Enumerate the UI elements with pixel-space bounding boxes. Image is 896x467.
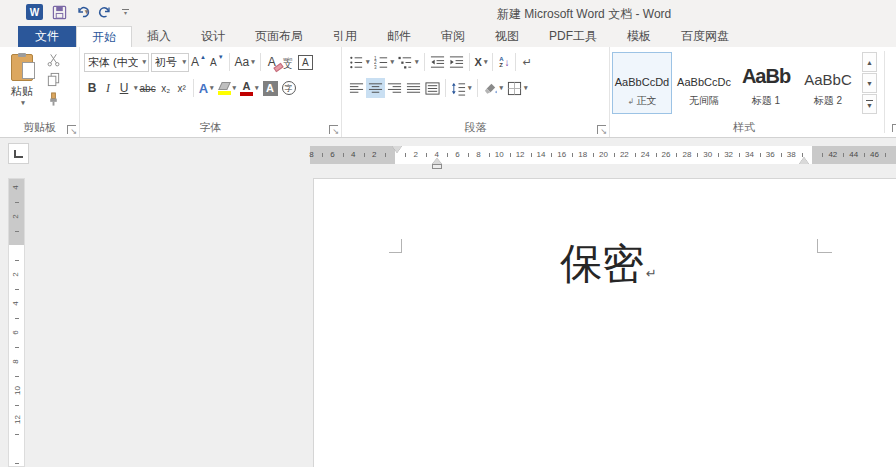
- word-logo-icon: W: [26, 4, 43, 20]
- shrink-font-button[interactable]: A▼: [208, 52, 226, 72]
- line-spacing-button[interactable]: ▾: [449, 78, 474, 98]
- increase-indent-button[interactable]: [447, 52, 466, 72]
- underline-button[interactable]: U: [116, 78, 132, 98]
- document-page[interactable]: 保密↵: [313, 178, 896, 467]
- styles-group-label: 样式: [610, 120, 878, 135]
- multilevel-list-button[interactable]: ▾: [396, 52, 421, 72]
- ruler-number: 38: [787, 150, 796, 159]
- style-name: ↲ 正文: [628, 94, 657, 108]
- window-title: 新建 Microsoft Word 文档 - Word: [497, 6, 671, 23]
- tab-baidu-netdisk[interactable]: 百度网盘: [666, 26, 744, 47]
- ruler-tick: [15, 202, 19, 203]
- tab-mailings[interactable]: 邮件: [372, 26, 426, 47]
- text-effects-button[interactable]: A▾: [197, 78, 216, 98]
- grow-font-button[interactable]: A▲: [189, 52, 208, 72]
- ruler-tick: [15, 289, 19, 290]
- styles-scroll-down-icon[interactable]: ▼: [862, 73, 877, 93]
- style-normal[interactable]: AaBbCcDd↲ 正文: [612, 52, 672, 114]
- ruler-number: 12: [516, 150, 525, 159]
- bullets-button[interactable]: ▾: [347, 52, 372, 72]
- borders-button[interactable]: ▾: [505, 78, 530, 98]
- strikethrough-button[interactable]: abc: [138, 78, 158, 98]
- tab-review[interactable]: 审阅: [426, 26, 480, 47]
- tab-page-layout[interactable]: 页面布局: [240, 26, 318, 47]
- shading-button[interactable]: ▾: [481, 78, 506, 98]
- character-shading-button[interactable]: A: [261, 78, 280, 98]
- clear-formatting-button[interactable]: A: [264, 52, 280, 72]
- tab-home[interactable]: 开始: [76, 26, 132, 47]
- ruler-tick: [531, 153, 532, 157]
- font-name-combo[interactable]: 宋体 (中文正文 ▾: [84, 53, 149, 72]
- right-indent-marker[interactable]: [799, 157, 809, 164]
- group-styles: AaBbCcDd↲ 正文AaBbCcDc无间隔AaBb标题 1AaBbC标题 2…: [610, 47, 878, 137]
- first-line-indent-marker[interactable]: [392, 146, 402, 153]
- show-marks-button[interactable]: ↵: [519, 52, 535, 72]
- align-center-button[interactable]: [366, 78, 385, 98]
- ruler-tick: [15, 318, 19, 319]
- styles-more-icon[interactable]: ▼: [862, 94, 877, 114]
- phonetic-guide-button[interactable]: wén 文: [280, 52, 296, 72]
- svg-text:3: 3: [374, 65, 377, 70]
- tab-view[interactable]: 视图: [480, 26, 534, 47]
- align-left-button[interactable]: [347, 78, 366, 98]
- bold-button[interactable]: B: [84, 78, 100, 98]
- numbering-button[interactable]: 1 2 3 ▾: [372, 52, 397, 72]
- sort-button[interactable]: AZ ↓: [496, 52, 512, 72]
- italic-button[interactable]: I: [100, 78, 116, 98]
- ruler-number: 2: [372, 150, 376, 159]
- justify-button[interactable]: [404, 78, 423, 98]
- highlight-color-button[interactable]: ▾: [216, 78, 239, 98]
- distributed-icon: [425, 81, 440, 96]
- font-color-button[interactable]: A ▾: [238, 78, 261, 98]
- style-name: 标题 2: [814, 94, 842, 108]
- ruler-number: 34: [745, 150, 754, 159]
- enclose-characters-button[interactable]: 字: [280, 78, 298, 98]
- align-right-button[interactable]: [385, 78, 404, 98]
- tab-file[interactable]: 文件: [18, 26, 76, 47]
- customize-qat-icon[interactable]: ▾: [121, 9, 131, 15]
- align-left-icon: [349, 81, 364, 96]
- redo-icon[interactable]: [98, 5, 112, 19]
- style-heading-1[interactable]: AaBb标题 1: [736, 52, 796, 114]
- save-icon[interactable]: [52, 5, 67, 20]
- ruler-number: 28: [682, 150, 691, 159]
- style-heading-2[interactable]: AaBbC标题 2: [798, 52, 858, 114]
- tab-templates[interactable]: 模板: [612, 26, 666, 47]
- style-no-spacing[interactable]: AaBbCcDc无间隔: [674, 52, 734, 114]
- paste-caret-icon[interactable]: ▾: [21, 99, 25, 107]
- align-right-icon: [387, 81, 402, 96]
- tab-insert[interactable]: 插入: [132, 26, 186, 47]
- vertical-ruler[interactable]: 4224681012: [8, 178, 25, 467]
- paste-button[interactable]: 粘贴 ▾: [6, 54, 38, 118]
- hanging-indent-marker[interactable]: [432, 158, 442, 169]
- align-center-icon: [368, 81, 383, 96]
- format-painter-icon[interactable]: [46, 92, 61, 107]
- distributed-button[interactable]: [423, 78, 442, 98]
- asian-layout-button[interactable]: X▾: [473, 52, 490, 72]
- subscript-button[interactable]: x₂: [158, 78, 174, 98]
- horizontal-ruler[interactable]: 8642246810121416182022242628303234363842…: [310, 146, 896, 164]
- change-case-button[interactable]: Aa▾: [233, 52, 257, 72]
- copy-icon[interactable]: [46, 72, 61, 87]
- tab-pdf-tools[interactable]: PDF工具: [534, 26, 612, 47]
- character-border-button[interactable]: A: [296, 52, 315, 72]
- ruler-number: 18: [578, 150, 587, 159]
- tab-stop-selector[interactable]: [8, 143, 29, 164]
- ruler-number: 32: [724, 150, 733, 159]
- ruler-tick: [447, 153, 448, 157]
- ruler-tick: [15, 405, 19, 406]
- document-heading[interactable]: 保密↵: [399, 241, 818, 287]
- font-dialog-launcher-icon[interactable]: ↘: [329, 125, 338, 134]
- undo-caret-icon[interactable]: ▾: [85, 8, 89, 16]
- superscript-button[interactable]: x²: [174, 78, 190, 98]
- undo-button[interactable]: ▾: [76, 5, 89, 19]
- clipboard-dialog-launcher-icon[interactable]: ↘: [67, 125, 76, 134]
- paragraph-dialog-launcher-icon[interactable]: ↘: [597, 125, 606, 134]
- tab-references[interactable]: 引用: [318, 26, 372, 47]
- font-name-caret-icon: ▾: [142, 58, 146, 66]
- tab-design[interactable]: 设计: [186, 26, 240, 47]
- decrease-indent-button[interactable]: [428, 52, 447, 72]
- styles-scroll-up-icon[interactable]: ▲: [862, 52, 877, 72]
- font-size-combo[interactable]: 初号 ▾: [151, 53, 189, 72]
- cut-icon[interactable]: [46, 53, 61, 67]
